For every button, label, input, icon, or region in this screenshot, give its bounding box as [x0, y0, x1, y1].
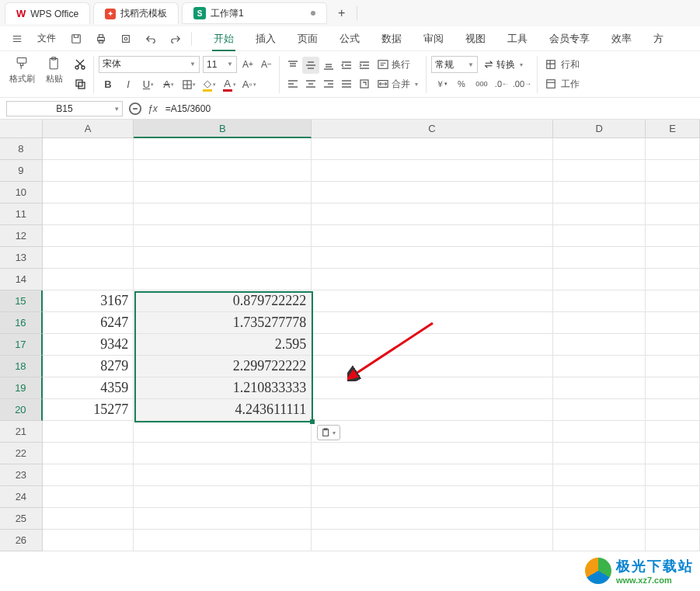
cell-C8[interactable]	[312, 138, 553, 160]
cell-C14[interactable]	[312, 269, 553, 290]
menu-start[interactable]: 开始	[203, 26, 245, 51]
cell-A22[interactable]	[43, 443, 134, 464]
col-header-D[interactable]: D	[553, 120, 646, 138]
cell-B17[interactable]: 2.595	[134, 334, 312, 356]
percent-button[interactable]: %	[451, 75, 472, 92]
align-bottom-button[interactable]	[320, 57, 337, 74]
cell-E10[interactable]	[646, 182, 700, 203]
menu-review[interactable]: 审阅	[413, 26, 454, 51]
row-header-21[interactable]: 21	[0, 421, 43, 443]
cell-C26[interactable]	[312, 530, 553, 551]
row-header-22[interactable]: 22	[0, 443, 43, 464]
cell-E12[interactable]	[646, 225, 700, 247]
row-col-button[interactable]: 行和	[542, 56, 583, 73]
strike-button[interactable]: A▾	[159, 76, 178, 93]
number-format-select[interactable]: 常规▼	[431, 56, 478, 73]
menu-fang[interactable]: 方	[643, 26, 674, 51]
cell-C24[interactable]	[312, 486, 553, 508]
hamburger-button[interactable]	[6, 30, 28, 48]
border-button[interactable]: ▾	[179, 76, 198, 93]
cell-A10[interactable]	[43, 182, 134, 203]
cell-E17[interactable]	[646, 334, 700, 356]
cell-E16[interactable]	[646, 312, 700, 334]
cell-A26[interactable]	[43, 530, 134, 551]
row-header-25[interactable]: 25	[0, 508, 43, 530]
cell-B9[interactable]	[134, 160, 312, 182]
cell-B23[interactable]	[134, 464, 312, 486]
decrease-decimal-button[interactable]: .0←	[492, 75, 512, 92]
cell-D16[interactable]	[553, 312, 646, 334]
cell-B21[interactable]	[134, 421, 312, 443]
cell-C23[interactable]	[312, 464, 553, 486]
convert-button[interactable]: 转换▾	[481, 56, 526, 73]
col-header-C[interactable]: C	[312, 120, 553, 138]
menu-tools[interactable]: 工具	[496, 26, 538, 51]
menu-data[interactable]: 数据	[371, 26, 413, 51]
cell-B18[interactable]: 2.299722222	[134, 356, 312, 377]
col-header-B[interactable]: B	[134, 120, 312, 138]
cell-E18[interactable]	[646, 356, 700, 377]
cell-D22[interactable]	[553, 443, 646, 464]
cell-D19[interactable]	[553, 377, 646, 399]
cell-C12[interactable]	[312, 225, 553, 247]
justify-button[interactable]	[338, 75, 355, 92]
cell-A19[interactable]: 4359	[43, 377, 134, 399]
formula-input[interactable]: =A15/3600	[162, 101, 694, 116]
cell-A18[interactable]: 8279	[43, 356, 134, 377]
paste-button[interactable]: 粘贴	[39, 56, 70, 85]
cell-D24[interactable]	[553, 486, 646, 508]
cell-A8[interactable]	[43, 138, 134, 160]
cell-D14[interactable]	[553, 269, 646, 290]
print-button[interactable]	[90, 30, 112, 48]
print-preview-button[interactable]	[115, 30, 137, 48]
row-header-17[interactable]: 17	[0, 334, 43, 356]
cell-E15[interactable]	[646, 290, 700, 312]
cell-B12[interactable]	[134, 225, 312, 247]
menu-formula[interactable]: 公式	[329, 26, 371, 51]
app-tab-template[interactable]: ✦ 找稻壳模板	[93, 2, 179, 24]
menu-page[interactable]: 页面	[287, 26, 329, 51]
cell-D23[interactable]	[553, 464, 646, 486]
cell-D18[interactable]	[553, 356, 646, 377]
paste-options-button[interactable]: ▾	[317, 425, 340, 440]
cell-E19[interactable]	[646, 377, 700, 399]
cell-D25[interactable]	[553, 508, 646, 530]
increase-decimal-button[interactable]: .00→	[512, 75, 532, 92]
menu-member[interactable]: 会员专享	[538, 26, 601, 51]
cell-A11[interactable]	[43, 203, 134, 225]
cell-B19[interactable]: 1.210833333	[134, 377, 312, 399]
new-tab-button[interactable]: +	[330, 6, 353, 20]
worksheet-button[interactable]: 工作	[542, 75, 583, 92]
font-size-select[interactable]: 11▼	[203, 56, 237, 73]
italic-button[interactable]: I	[119, 76, 138, 93]
cell-E14[interactable]	[646, 269, 700, 290]
cell-D11[interactable]	[553, 203, 646, 225]
row-header-8[interactable]: 8	[0, 138, 43, 160]
cell-B20[interactable]: 4.243611111	[134, 399, 312, 421]
align-middle-button[interactable]	[302, 57, 319, 74]
increase-font-button[interactable]: A+	[240, 57, 256, 72]
indent-increase-button[interactable]	[356, 57, 373, 74]
currency-button[interactable]: ￥▾	[431, 75, 451, 92]
cell-B13[interactable]	[134, 247, 312, 269]
cell-D12[interactable]	[553, 225, 646, 247]
merge-cells-button[interactable]: 合并▾	[374, 75, 421, 92]
cell-A17[interactable]: 9342	[43, 334, 134, 356]
cell-E8[interactable]	[646, 138, 700, 160]
col-header-E[interactable]: E	[646, 120, 700, 138]
align-left-button[interactable]	[284, 75, 301, 92]
row-header-9[interactable]: 9	[0, 160, 43, 182]
cell-C9[interactable]	[312, 160, 553, 182]
cell-B15[interactable]: 0.879722222	[134, 290, 312, 312]
cell-D8[interactable]	[553, 138, 646, 160]
cell-E21[interactable]	[646, 421, 700, 443]
cell-A15[interactable]: 3167	[43, 290, 134, 312]
cancel-formula-button[interactable]	[127, 101, 143, 116]
select-all-corner[interactable]	[0, 120, 43, 138]
cell-D17[interactable]	[553, 334, 646, 356]
row-header-18[interactable]: 18	[0, 356, 43, 377]
menu-efficiency[interactable]: 效率	[601, 26, 643, 51]
cell-A23[interactable]	[43, 464, 134, 486]
cell-E23[interactable]	[646, 464, 700, 486]
cell-A16[interactable]: 6247	[43, 312, 134, 334]
